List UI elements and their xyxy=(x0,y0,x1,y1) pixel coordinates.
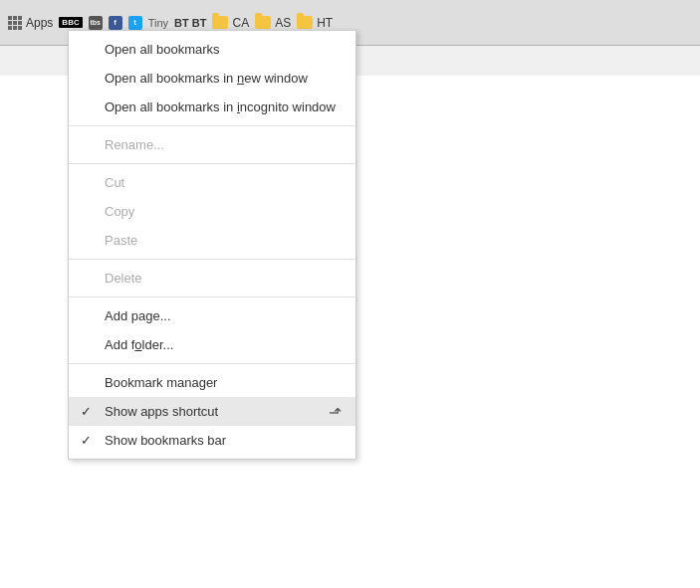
as-folder-icon xyxy=(255,16,271,29)
menu-open-all-new-window-label: Open all bookmarks in new window xyxy=(105,71,308,86)
facebook-icon: f xyxy=(109,16,122,30)
tiny-bookmark[interactable]: Tiny xyxy=(148,17,168,29)
ca-folder-icon xyxy=(212,16,228,29)
menu-show-apps-shortcut-label: Show apps shortcut xyxy=(105,404,218,419)
twitter-icon: t xyxy=(128,16,142,30)
ca-folder-label: CA xyxy=(232,16,249,30)
menu-add-folder[interactable]: Add folder... xyxy=(69,330,355,359)
menu-paste[interactable]: Paste xyxy=(69,226,355,255)
menu-rename[interactable]: Rename... xyxy=(69,130,355,159)
ht-folder-icon xyxy=(297,16,313,29)
tiny-icon: Tiny xyxy=(148,17,168,29)
separator-2 xyxy=(69,163,355,164)
show-bookmarks-checkmark: ✓ xyxy=(81,433,92,448)
apps-grid-icon xyxy=(8,16,22,30)
menu-add-folder-label: Add folder... xyxy=(105,337,173,352)
menu-show-bookmarks-bar[interactable]: ✓ Show bookmarks bar xyxy=(69,426,355,455)
separator-4 xyxy=(69,296,355,297)
menu-delete[interactable]: Delete xyxy=(69,264,355,293)
menu-copy-label: Copy xyxy=(105,204,134,219)
menu-add-page[interactable]: Add page... xyxy=(69,301,355,330)
separator-5 xyxy=(69,363,355,364)
separator-1 xyxy=(69,125,355,126)
separator-3 xyxy=(69,259,355,260)
menu-rename-label: Rename... xyxy=(105,137,164,152)
menu-copy[interactable]: Copy xyxy=(69,197,355,226)
tbs-bookmark[interactable]: tbs xyxy=(89,16,103,30)
menu-open-all-incognito[interactable]: Open all bookmarks in incognito window xyxy=(69,93,355,121)
bbc-icon: BBC xyxy=(59,17,82,28)
bbc-bookmark[interactable]: BBC xyxy=(59,17,82,28)
ht-folder-bookmark[interactable]: HT xyxy=(297,16,333,30)
menu-show-bookmarks-bar-label: Show bookmarks bar xyxy=(105,433,226,448)
twitter-bookmark[interactable]: t xyxy=(128,16,142,30)
apps-label: Apps xyxy=(26,16,53,30)
menu-bookmark-manager-label: Bookmark manager xyxy=(105,375,217,390)
as-folder-label: AS xyxy=(275,16,291,30)
menu-open-all[interactable]: Open all bookmarks xyxy=(69,35,355,64)
menu-bookmark-manager[interactable]: Bookmark manager xyxy=(69,368,355,397)
menu-open-all-incognito-label: Open all bookmarks in incognito window xyxy=(105,99,336,114)
facebook-bookmark[interactable]: f xyxy=(109,16,122,30)
ht-folder-label: HT xyxy=(317,16,333,30)
as-folder-bookmark[interactable]: AS xyxy=(255,16,291,30)
tbs-icon: tbs xyxy=(89,16,103,30)
menu-paste-label: Paste xyxy=(105,233,137,248)
menu-open-all-label: Open all bookmarks xyxy=(105,42,220,57)
menu-show-apps-shortcut[interactable]: ✓ Show apps shortcut ⬏ xyxy=(69,397,355,426)
context-menu: Open all bookmarks Open all bookmarks in… xyxy=(68,30,356,460)
cursor-icon: ⬏ xyxy=(329,402,342,421)
bt-bookmark[interactable]: BT BT xyxy=(174,17,206,29)
show-apps-checkmark: ✓ xyxy=(81,404,92,419)
ca-folder-bookmark[interactable]: CA xyxy=(212,16,249,30)
menu-add-page-label: Add page... xyxy=(105,308,171,323)
menu-cut[interactable]: Cut xyxy=(69,168,355,197)
menu-delete-label: Delete xyxy=(105,271,142,286)
bt-icon: BT BT xyxy=(174,17,206,29)
menu-cut-label: Cut xyxy=(105,175,124,190)
apps-button[interactable]: Apps xyxy=(8,16,53,30)
menu-open-all-new-window[interactable]: Open all bookmarks in new window xyxy=(69,64,355,93)
